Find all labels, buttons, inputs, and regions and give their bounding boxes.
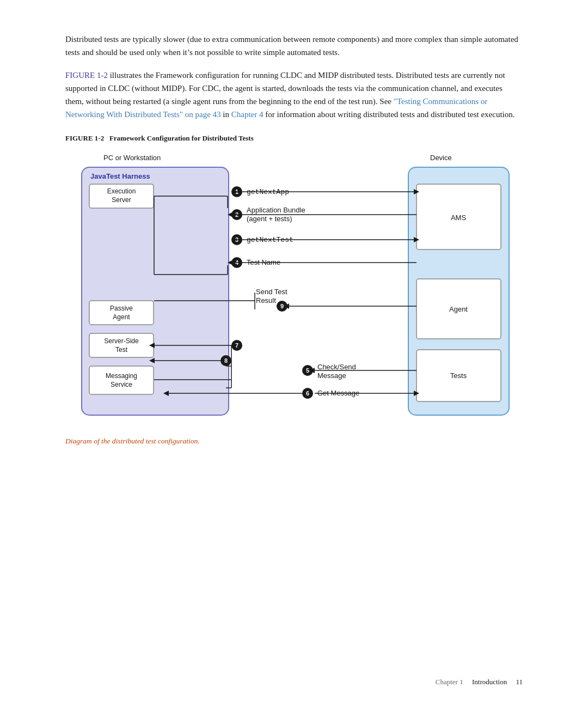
svg-text:Test: Test [115, 346, 128, 354]
figure-ref: FIGURE 1-2 [65, 71, 108, 80]
svg-text:8: 8 [224, 357, 228, 364]
svg-text:Send Test: Send Test [256, 288, 287, 296]
svg-text:Passive: Passive [110, 305, 133, 312]
svg-text:7: 7 [235, 342, 238, 349]
svg-text:Application Bundle: Application Bundle [247, 206, 305, 214]
svg-text:9: 9 [280, 303, 284, 309]
svg-text:AMS: AMS [451, 214, 467, 222]
page-footer: Chapter 1 Introduction 11 [436, 678, 523, 686]
svg-text:(agent + tests): (agent + tests) [247, 215, 292, 223]
diagram-svg: PC or Workstation Device JavaTest Harnes… [71, 148, 517, 431]
svg-text:Message: Message [317, 372, 346, 380]
pc-label: PC or Workstation [103, 154, 161, 162]
svg-text:Check/Send: Check/Send [317, 363, 356, 371]
device-label: Device [430, 154, 452, 162]
svg-text:Server-Side: Server-Side [104, 337, 139, 345]
javatest-label: JavaTest Harness [90, 172, 150, 180]
paragraph-1: Distributed tests are typically slower (… [65, 33, 523, 59]
svg-text:5: 5 [306, 367, 309, 374]
svg-text:6: 6 [306, 390, 309, 397]
footer-chapter: Chapter 1 [436, 678, 463, 686]
svg-text:Tests: Tests [450, 372, 467, 380]
figure-caption-label: FIGURE 1-2 Framework Configuration for D… [65, 134, 523, 143]
diagram-caption: Diagram of the distributed test configur… [65, 437, 523, 446]
svg-text:Service: Service [111, 381, 132, 388]
footer-section: Introduction [472, 678, 507, 686]
svg-text:Server: Server [112, 196, 131, 204]
svg-text:Result: Result [256, 296, 276, 305]
messaging-service-box [89, 366, 154, 394]
svg-text:Messaging: Messaging [106, 372, 137, 380]
chapter4-link[interactable]: Chapter 4 [231, 110, 264, 119]
svg-text:Execution: Execution [107, 187, 136, 195]
footer-page: 11 [516, 678, 523, 686]
svg-text:Agent: Agent [113, 313, 130, 321]
paragraph-2: FIGURE 1-2 illustrates the Framework con… [65, 69, 523, 121]
svg-text:Agent: Agent [449, 305, 468, 313]
figure-area: PC or Workstation Device JavaTest Harnes… [65, 148, 523, 446]
